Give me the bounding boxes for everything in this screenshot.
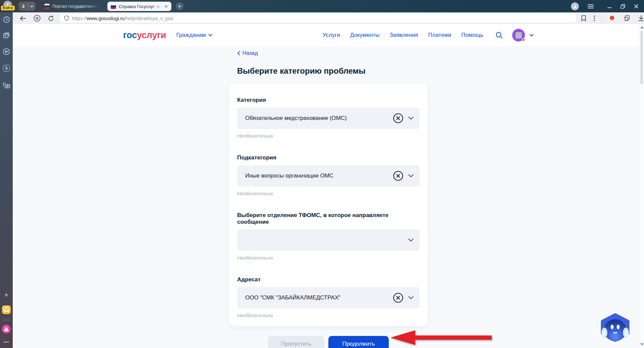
- video-play-icon[interactable]: [0, 45, 13, 58]
- scroll-up-icon[interactable]: [640, 26, 644, 28]
- main-nav: Услуги Документы Заявления Платежи Помощ…: [322, 32, 483, 39]
- url-host: www.gosuslugi.ru: [87, 16, 125, 21]
- avatar-placeholder: [516, 32, 522, 39]
- feed-icon[interactable]: [0, 29, 13, 42]
- yandex-button[interactable]: Я: [34, 15, 41, 22]
- sidebar-divider: [3, 320, 10, 320]
- kebab-icon[interactable]: [594, 15, 595, 21]
- shield-icon[interactable]: [64, 15, 69, 21]
- subcategory-select[interactable]: Иные вопросы организации ОМС: [237, 165, 420, 187]
- tab-board-count: 5: [3, 65, 10, 72]
- field-group-category: Категория Обязательное медстрахование (О…: [237, 97, 420, 139]
- history-icon[interactable]: [0, 13, 13, 26]
- tab-active[interactable]: Справка Госуслуг: все ✕: [107, 2, 171, 11]
- restore-button[interactable]: [621, 4, 625, 9]
- scroll-down-icon[interactable]: [640, 343, 644, 346]
- audience-menu[interactable]: Гражданам: [176, 32, 212, 39]
- screenshot-icon[interactable]: [0, 79, 13, 91]
- person-icon: [573, 4, 577, 9]
- mail-icon[interactable]: [0, 303, 13, 316]
- chevron-down-icon[interactable]: [408, 174, 414, 178]
- plus-icon[interactable]: +: [0, 289, 13, 301]
- web-page: госуслуги Гражданам Услуги Документы Зая…: [13, 24, 644, 348]
- login-badge[interactable]: Войти: [1, 6, 15, 10]
- user-avatar[interactable]: [512, 29, 525, 42]
- close-icon[interactable]: ✕: [164, 4, 168, 9]
- field-hint: Необязательно: [237, 133, 420, 139]
- field-hint: Необязательно: [237, 312, 420, 319]
- more-icon[interactable]: •••: [4, 340, 9, 345]
- russian-flag-favicon: [44, 4, 50, 9]
- page-scrollbar[interactable]: [639, 24, 644, 348]
- menu-icon[interactable]: [588, 4, 594, 9]
- page-title: Выберите категорию проблемы: [237, 66, 428, 76]
- scrollbar-thumb[interactable]: [640, 31, 643, 84]
- tab-board-icon[interactable]: 5: [0, 62, 13, 75]
- field-label: Адресат: [237, 276, 420, 283]
- red-arrow-annotation: [390, 330, 492, 346]
- field-hint: Необязательно: [237, 191, 420, 197]
- nav-platezhi[interactable]: Платежи: [428, 32, 451, 39]
- browser-tab-bar: Войти 2 Портал государственных Справка Г…: [0, 0, 644, 12]
- tab-count: 2: [19, 4, 28, 9]
- chevron-down-icon[interactable]: [28, 5, 36, 7]
- tfoms-select[interactable]: [237, 229, 420, 251]
- clear-circle-icon[interactable]: [393, 292, 404, 303]
- search-icon[interactable]: [495, 31, 503, 39]
- nav-zayavleniya[interactable]: Заявления: [389, 32, 418, 39]
- address-bar[interactable]: https://www.gosuslugi.ru/help/obratitsya…: [60, 14, 576, 23]
- extension-icon[interactable]: [609, 15, 615, 22]
- field-label: Выберите отделение ТФОМС, в которое напр…: [237, 212, 420, 225]
- field-group-tfoms: Выберите отделение ТФОМС, в которое напр…: [237, 212, 420, 261]
- back-arrow-icon[interactable]: [19, 16, 26, 21]
- gosuslugi-logo[interactable]: госуслуги: [123, 30, 166, 41]
- form-card: Категория Обязательное медстрахование (О…: [229, 83, 428, 326]
- nav-uslugi[interactable]: Услуги: [322, 32, 340, 39]
- russian-flag-favicon: [111, 4, 116, 9]
- nav-pomosch[interactable]: Помощь: [461, 32, 483, 39]
- svg-text:Я: Я: [36, 16, 39, 20]
- url-text[interactable]: https://www.gosuslugi.ru/help/obratitsya…: [72, 16, 173, 21]
- reload-icon[interactable]: [48, 15, 54, 21]
- skip-button[interactable]: Пропустить: [268, 336, 324, 348]
- chevron-down-icon[interactable]: [408, 117, 414, 120]
- field-value: Обязательное медстрахование (ОМС): [245, 115, 393, 122]
- url-scheme: https://: [72, 16, 87, 21]
- chevron-left-icon: [237, 51, 240, 56]
- field-label: Категория: [237, 97, 420, 103]
- field-label: Подкатегория: [237, 154, 420, 161]
- tab-title: Справка Госуслуг: все: [119, 4, 162, 9]
- browser-sidebar: 5 + •••: [0, 12, 13, 348]
- continue-button[interactable]: Продолжить: [328, 336, 389, 348]
- field-group-subcategory: Подкатегория Иные вопросы организации ОМ…: [237, 154, 420, 197]
- nav-dokumenty[interactable]: Документы: [350, 32, 380, 39]
- robot-assistant-icon[interactable]: [599, 313, 631, 342]
- download-icon[interactable]: [638, 15, 644, 21]
- back-link[interactable]: Назад: [237, 50, 258, 56]
- collections-icon[interactable]: [624, 15, 630, 21]
- field-value: Иные вопросы организации ОМС: [245, 172, 393, 179]
- tab-inactive[interactable]: Портал государственных: [42, 0, 105, 12]
- url-path: /help/obratitsya_v_pos: [124, 16, 173, 21]
- tab-counter-button[interactable]: 2: [19, 2, 36, 11]
- new-tab-button[interactable]: +: [176, 2, 183, 10]
- close-window-button[interactable]: [634, 4, 639, 9]
- site-header: госуслуги Гражданам Услуги Документы Зая…: [13, 24, 644, 46]
- field-hint: Необязательно: [237, 255, 420, 261]
- minimize-button[interactable]: [607, 4, 612, 9]
- field-group-addressee: Адресат ООО "СМК "ЗАБАЙКАЛМЕДСТРАХ" Необ…: [237, 276, 420, 319]
- chevron-down-icon: [208, 34, 212, 37]
- bookmark-icon[interactable]: [581, 15, 586, 21]
- browser-user-avatar[interactable]: [571, 2, 579, 10]
- clear-circle-icon[interactable]: [393, 113, 404, 124]
- addressee-select[interactable]: ООО "СМК "ЗАБАЙКАЛМЕДСТРАХ": [237, 287, 420, 308]
- category-select[interactable]: Обязательное медстрахование (ОМС): [237, 108, 420, 129]
- alice-icon[interactable]: [0, 323, 13, 336]
- clear-circle-icon[interactable]: [393, 170, 404, 181]
- account-chevron-down-icon[interactable]: [529, 34, 534, 37]
- field-value: ООО "СМК "ЗАБАЙКАЛМЕДСТРАХ": [245, 294, 393, 301]
- chevron-down-icon[interactable]: [408, 238, 414, 242]
- toolbar-divider: [602, 15, 602, 21]
- chevron-down-icon[interactable]: [408, 296, 414, 299]
- notification-dot: [522, 38, 525, 42]
